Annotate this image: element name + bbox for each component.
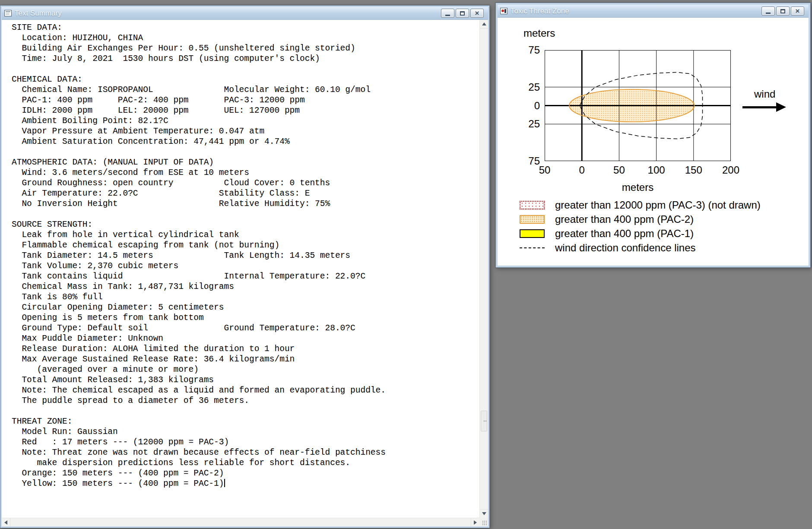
wind-arrow-head xyxy=(776,102,786,112)
text-summary-title: Text Summary xyxy=(15,9,438,18)
arrow-down-icon xyxy=(482,512,486,515)
summary-line: Release Duration: ALOHA limited the dura… xyxy=(12,344,479,354)
summary-line: Tank Volume: 2,370 cubic meters xyxy=(12,261,479,271)
horizontal-scrollbar[interactable] xyxy=(2,518,479,526)
x-tick-label: 100 xyxy=(642,164,671,176)
legend-item: greater than 12000 ppm (PAC-3) (not draw… xyxy=(520,200,761,211)
close-button[interactable]: × xyxy=(791,6,804,16)
threat-zone-plot xyxy=(545,50,731,161)
text-summary-icon xyxy=(4,10,12,16)
summary-line: ATMOSPHERIC DATA: (MANUAL INPUT OF DATA) xyxy=(12,157,479,168)
x-tick-label: 0 xyxy=(568,164,596,176)
summary-line: Tank contains liquid Internal Temperatur… xyxy=(12,271,479,282)
toxic-threat-zone-titlebar[interactable]: Toxic Threat Zone × xyxy=(498,5,809,18)
summary-line: Total Amount Released: 1,383 kilograms xyxy=(12,375,479,385)
legend-label: greater than 12000 ppm (PAC-3) (not draw… xyxy=(555,199,761,211)
window-controls: × xyxy=(441,9,486,18)
summary-line: No Inversion Height Relative Humidity: 7… xyxy=(12,199,479,209)
arrow-left-icon xyxy=(4,520,7,525)
summary-line xyxy=(12,406,479,416)
close-icon: × xyxy=(796,7,800,15)
summary-line: Red : 17 meters --- (12000 ppm = PAC-3) xyxy=(12,437,479,447)
summary-line: Leak from hole in vertical cylindrical t… xyxy=(12,230,479,240)
wind-arrow-shaft xyxy=(742,106,776,108)
summary-line: Flammable chemical escaping from tank (n… xyxy=(12,240,479,250)
vertical-scrollbar[interactable] xyxy=(479,20,488,518)
legend-label: greater than 400 ppm (PAC-1) xyxy=(555,228,694,240)
scroll-left-button[interactable] xyxy=(2,518,10,526)
threat-zone-legend: greater than 12000 ppm (PAC-3) (not draw… xyxy=(520,200,761,253)
text-summary-titlebar[interactable]: Text Summary × xyxy=(2,7,488,20)
maximize-icon xyxy=(460,11,465,16)
toxic-threat-zone-title: Toxic Threat Zone xyxy=(511,7,758,16)
maximize-button[interactable] xyxy=(456,9,469,18)
x-tick-label: 50 xyxy=(605,164,633,176)
summary-text[interactable]: SITE DATA: Location: HUIZHOU, CHINA Buil… xyxy=(2,20,479,518)
summary-line: Air Temperature: 22.0?C Stability Class:… xyxy=(12,188,479,199)
summary-line: Opening is 5 meters from tank bottom xyxy=(12,313,479,323)
maximize-icon xyxy=(780,9,785,13)
summary-line: SITE DATA: xyxy=(12,22,479,33)
toxic-threat-zone-window: Toxic Threat Zone × meters 752502575 500… xyxy=(495,3,811,268)
summary-line: Tank is 80% full xyxy=(12,292,479,302)
x-tick-label: 50 xyxy=(530,164,559,176)
summary-line: Building Air Exchanges Per Hour: 0.55 (u… xyxy=(12,43,479,54)
summary-line: Wind: 3.6 meters/second from ESE at 10 m… xyxy=(12,168,479,178)
summary-line: Vapor Pressure at Ambient Temperature: 0… xyxy=(12,126,479,136)
minimize-icon xyxy=(445,15,450,16)
dashed-swatch-icon xyxy=(520,247,545,248)
summary-line: Ambient Boiling Point: 82.1?C xyxy=(12,116,479,126)
summary-line: Ground Roughness: open country Cloud Cov… xyxy=(12,178,479,188)
threat-zone-content: meters 752502575 50050100150200 meters w… xyxy=(498,18,809,266)
window-controls: × xyxy=(761,6,807,16)
summary-line: SOURCE STRENGTH: xyxy=(12,219,479,230)
text-summary-content: SITE DATA: Location: HUIZHOU, CHINA Buil… xyxy=(2,20,488,526)
resize-grip[interactable] xyxy=(479,518,488,526)
y-tick-label: 25 xyxy=(520,81,540,93)
summary-line: Chemical Mass in Tank: 1,487,731 kilogra… xyxy=(12,282,479,292)
legend-item: greater than 400 ppm (PAC-1) xyxy=(520,228,761,239)
summary-line xyxy=(12,147,479,157)
text-caret xyxy=(224,479,225,487)
maximize-button[interactable] xyxy=(776,6,790,16)
minimize-button[interactable] xyxy=(761,6,775,16)
legend-label: wind direction confidence lines xyxy=(555,242,696,254)
summary-line: Note: Threat zone was not drawn because … xyxy=(12,447,479,458)
pac3-swatch-icon xyxy=(520,201,545,209)
legend-label: greater than 400 ppm (PAC-2) xyxy=(555,213,694,225)
scroll-up-button[interactable] xyxy=(480,20,488,29)
minimize-button[interactable] xyxy=(441,9,454,18)
vertical-scroll-thumb[interactable] xyxy=(481,411,487,431)
x-tick-label: 200 xyxy=(717,164,745,176)
summary-line: CHEMICAL DATA: xyxy=(12,74,479,85)
legend-item: greater than 400 ppm (PAC-2) xyxy=(520,214,761,225)
summary-line: Note: The chemical escaped as a liquid a… xyxy=(12,385,479,396)
summary-line: Location: HUIZHOU, CHINA xyxy=(12,33,479,43)
summary-line: The puddle spread to a diameter of 36 me… xyxy=(12,396,479,406)
y-axis-label: meters xyxy=(523,27,555,39)
summary-line: Circular Opening Diameter: 5 centimeters xyxy=(12,302,479,313)
minimize-icon xyxy=(766,13,771,14)
summary-line: Ground Type: Default soil Ground Tempera… xyxy=(12,323,479,333)
arrow-right-icon xyxy=(474,520,477,525)
arrow-up-icon xyxy=(482,22,486,25)
summary-line: PAC-1: 400 ppm PAC-2: 400 ppm PAC-3: 120… xyxy=(12,95,479,105)
pac1-swatch-icon xyxy=(520,229,545,238)
scroll-down-button[interactable] xyxy=(480,509,488,518)
summary-line xyxy=(12,209,479,219)
scroll-right-button[interactable] xyxy=(471,518,479,526)
summary-line: (averaged over a minute or more) xyxy=(12,364,479,375)
pac2-swatch-icon xyxy=(520,215,545,224)
x-tick-label: 150 xyxy=(679,164,708,176)
close-button[interactable]: × xyxy=(470,9,484,18)
wind-arrow-icon xyxy=(742,102,787,112)
summary-line: Time: July 8, 2021 1530 hours DST (using… xyxy=(12,54,479,64)
text-summary-window: Text Summary × SITE DATA: Location: HUIZ… xyxy=(0,5,490,528)
y-tick-label: 25 xyxy=(520,118,540,130)
summary-line xyxy=(12,64,479,74)
wind-label: wind xyxy=(754,88,775,100)
summary-line: Tank Diameter: 14.5 meters Tank Length: … xyxy=(12,250,479,261)
y-tick-label: 0 xyxy=(520,100,540,112)
summary-line: Yellow: 150 meters --- (400 ppm = PAC-1) xyxy=(12,478,479,489)
summary-line: make dispersion predictions less reliabl… xyxy=(12,458,479,468)
